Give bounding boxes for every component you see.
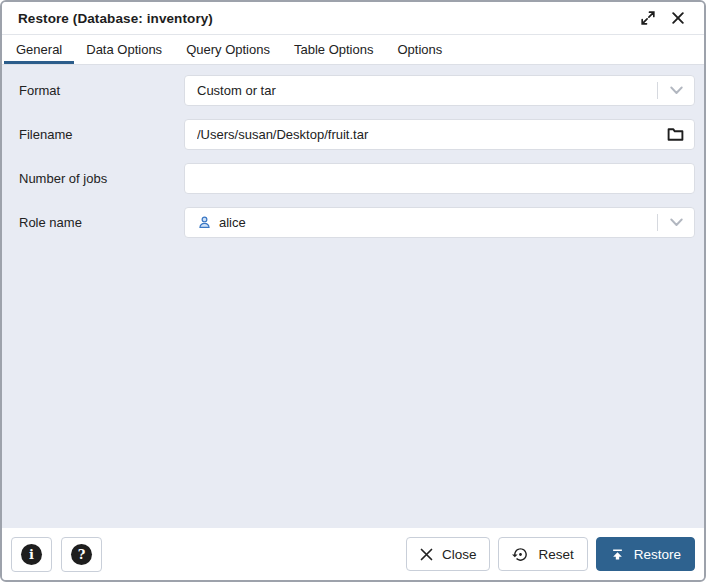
filename-input[interactable] [197,120,656,149]
filename-label: Filename [19,127,184,142]
chevron-down-icon[interactable] [658,218,694,227]
format-select[interactable]: Custom or tar [184,75,695,106]
number-of-jobs-input[interactable] [197,164,694,193]
reset-icon [512,546,529,563]
dialog-title: Restore (Database: inventory) [18,11,213,26]
format-selected-value: Custom or tar [197,83,657,98]
jobs-row: Number of jobs [19,163,695,194]
restore-button[interactable]: Restore [596,537,695,571]
role-row: Role name alice [19,207,695,238]
role-select[interactable]: alice [184,207,695,238]
role-select-end [657,208,694,237]
filename-row: Filename [19,119,695,150]
close-x-icon [420,548,433,561]
reset-button-label: Reset [538,547,573,562]
dialog-footer: i ? Close Reset [2,528,704,580]
help-button[interactable]: ? [61,537,102,572]
tab-general[interactable]: General [4,35,74,64]
tab-query-options[interactable]: Query Options [174,35,282,64]
restore-upload-icon [610,547,625,562]
restore-dialog: Restore (Database: inventory) General Da… [0,0,706,582]
tab-table-options[interactable]: Table Options [282,35,386,64]
format-label: Format [19,83,184,98]
close-icon[interactable] [668,8,688,28]
restore-button-label: Restore [634,547,681,562]
folder-browse-icon[interactable] [656,120,694,149]
format-select-end [657,76,694,105]
role-selected-value: alice [219,215,657,230]
chevron-down-icon[interactable] [658,86,694,95]
close-button[interactable]: Close [406,537,491,571]
jobs-label: Number of jobs [19,171,184,186]
tab-data-options[interactable]: Data Options [74,35,174,64]
dialog-titlebar: Restore (Database: inventory) [2,2,704,35]
info-button[interactable]: i [11,537,52,572]
format-row: Format Custom or tar [19,75,695,106]
user-icon [197,215,212,230]
maximize-icon[interactable] [638,8,658,28]
dialog-tabs: General Data Options Query Options Table… [2,35,704,65]
filename-field [184,119,695,150]
jobs-field [184,163,695,194]
info-icon: i [21,544,42,565]
reset-button[interactable]: Reset [498,537,587,571]
close-button-label: Close [442,547,477,562]
general-tab-panel: Format Custom or tar Filename [2,65,704,528]
help-icon: ? [71,544,92,565]
tab-options[interactable]: Options [385,35,454,64]
role-label: Role name [19,215,184,230]
